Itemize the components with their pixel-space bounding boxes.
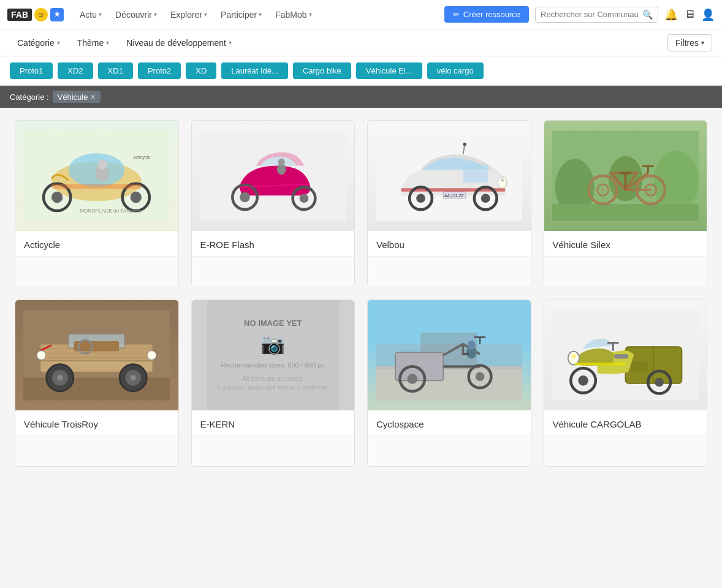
chevron-down-icon: ▾ (154, 11, 157, 18)
brand-icon-star: ★ (50, 8, 64, 21)
card-footer-troisroy (15, 435, 178, 466)
svg-rect-36 (552, 204, 699, 221)
svg-point-62 (57, 375, 63, 380)
svg-rect-11 (51, 184, 142, 189)
search-input[interactable] (541, 10, 639, 19)
card-body-acticycle: Acticycle (15, 231, 178, 256)
create-resource-button[interactable]: ✏ Créer ressource (444, 6, 529, 23)
card-ekern[interactable]: NO IMAGE YET 📷 Recommended sizes: 800 / … (191, 300, 355, 467)
notifications-icon[interactable]: 🔔 (664, 8, 678, 21)
svg-point-31 (463, 143, 467, 146)
card-body-cargolab: Véhicule CARGOLAB (544, 410, 707, 435)
nav-item-decouvrir[interactable]: Découvrir ▾ (109, 6, 163, 23)
no-image-title: NO IMAGE YET (244, 318, 302, 328)
card-troisroy[interactable]: Véhicule TroisRoy (15, 300, 179, 467)
svg-point-25 (416, 194, 425, 203)
svg-point-6 (131, 192, 142, 203)
monitor-icon[interactable]: 🖥 (684, 8, 695, 21)
card-title-cargolab: Véhicule CARGOLAB (553, 419, 699, 429)
card-cargolab[interactable]: Véhicule CARGOLAB (544, 300, 708, 467)
chevron-down-icon: ▾ (106, 39, 109, 46)
card-footer-cargolab (544, 435, 707, 466)
svg-rect-20 (463, 165, 488, 183)
chevron-down-icon: ▾ (229, 39, 232, 46)
svg-point-65 (131, 375, 136, 380)
card-footer-acticycle (15, 256, 178, 287)
svg-point-80 (468, 341, 476, 350)
card-cyclospace[interactable]: Cyclospace (367, 300, 531, 467)
svg-point-8 (98, 159, 107, 170)
svg-point-27 (481, 194, 490, 203)
user-icon[interactable]: 👤 (701, 8, 715, 21)
svg-rect-94 (614, 354, 628, 358)
tags-row: Proto1 XD2 XD1 Proto2 XD Lauréat Idé... … (0, 56, 722, 86)
svg-point-87 (571, 354, 576, 358)
filter-remove-button[interactable]: × (90, 92, 95, 102)
filtres-button[interactable]: Filtres ▾ (667, 34, 712, 51)
card-body-troisroy: Véhicule TroisRoy (15, 410, 178, 435)
tag-xd1[interactable]: XD1 (98, 62, 133, 79)
tag-proto1[interactable]: Proto1 (10, 62, 53, 79)
brand[interactable]: FAB ☺ ★ (7, 8, 64, 21)
chevron-down-icon: ▾ (701, 39, 704, 46)
card-body-cyclospace: Cyclospace (368, 410, 531, 435)
sub-navbar: Catégorie ▾ Thème ▾ Niveau de développem… (0, 29, 722, 56)
sub-nav-categorie[interactable]: Catégorie ▾ (10, 34, 67, 51)
sub-nav-theme[interactable]: Thème ▾ (70, 34, 117, 51)
chevron-down-icon: ▾ (204, 11, 207, 18)
pencil-icon: ✏ (453, 10, 460, 19)
card-velbou[interactable]: AA-101-ZZ Velbou (367, 120, 531, 287)
filter-bar: Catégorie : Véhicule × (0, 86, 722, 108)
card-eroe-flash[interactable]: E-ROE Flash (191, 120, 355, 287)
camera-icon: 📷 (260, 333, 285, 356)
svg-rect-95 (575, 363, 626, 366)
card-image-acticycle: MONOPLACE ou TANDEM acticycle (15, 121, 178, 231)
tag-velo-cargo[interactable]: vélo cargo (427, 62, 484, 79)
tag-vehicule-el[interactable]: Véhicule El... (356, 62, 422, 79)
card-acticycle[interactable]: MONOPLACE ou TANDEM acticycle Acticycle (15, 120, 179, 287)
card-image-troisroy (15, 300, 178, 410)
chevron-down-icon: ▾ (259, 11, 262, 18)
nav-item-explorer[interactable]: Explorer ▾ (164, 6, 213, 23)
svg-rect-72 (395, 352, 443, 380)
card-body-silex: Véhicule Silex (544, 231, 707, 256)
svg-point-29 (501, 179, 504, 183)
card-footer-silex (544, 256, 707, 287)
tag-laureat[interactable]: Lauréat Idé... (221, 62, 288, 79)
tag-proto2[interactable]: Proto2 (138, 62, 181, 79)
card-title-silex: Véhicule Silex (553, 239, 699, 250)
card-silex[interactable]: Véhicule Silex (544, 120, 708, 287)
svg-point-14 (240, 192, 250, 203)
tag-cargobike[interactable]: Cargo bike (293, 62, 351, 79)
filter-active-tag: Véhicule × (53, 91, 101, 103)
svg-point-66 (147, 351, 156, 360)
filter-label: Catégorie : (10, 92, 49, 102)
nav-item-participer[interactable]: Participer ▾ (215, 6, 268, 23)
no-image-placeholder: NO IMAGE YET 📷 Recommended sizes: 800 / … (207, 300, 339, 410)
sub-nav-niveau[interactable]: Niveau de développement ▾ (119, 34, 239, 51)
search-icon[interactable]: 🔍 (642, 10, 653, 20)
svg-point-28 (498, 177, 507, 188)
brand-fab-text: FAB (7, 9, 32, 21)
card-footer-eroe (192, 256, 355, 287)
card-grid: MONOPLACE ou TANDEM acticycle Acticycle (0, 108, 722, 479)
svg-text:AA-101-ZZ: AA-101-ZZ (444, 194, 463, 198)
svg-point-16 (299, 194, 308, 203)
tag-xd2[interactable]: XD2 (58, 62, 93, 79)
card-title-eroe: E-ROE Flash (200, 239, 346, 250)
card-image-cyclospace (368, 300, 531, 410)
card-title-troisroy: Véhicule TroisRoy (24, 419, 170, 429)
card-body-eroe: E-ROE Flash (192, 231, 355, 256)
svg-rect-50 (23, 378, 170, 401)
search-box[interactable]: 🔍 (535, 7, 658, 23)
svg-point-4 (51, 192, 63, 203)
nav-item-fabmob[interactable]: FabMob ▾ (269, 6, 317, 23)
card-image-velbou: AA-101-ZZ (368, 121, 531, 231)
tag-xd[interactable]: XD (186, 62, 216, 79)
nav-item-actu[interactable]: Actu ▾ (74, 6, 108, 23)
chevron-down-icon: ▾ (57, 39, 60, 46)
svg-point-76 (408, 374, 418, 384)
card-title-ekern: E-KERN (200, 419, 346, 429)
card-image-eroe (192, 121, 355, 231)
card-image-ekern: NO IMAGE YET 📷 Recommended sizes: 800 / … (192, 300, 355, 410)
